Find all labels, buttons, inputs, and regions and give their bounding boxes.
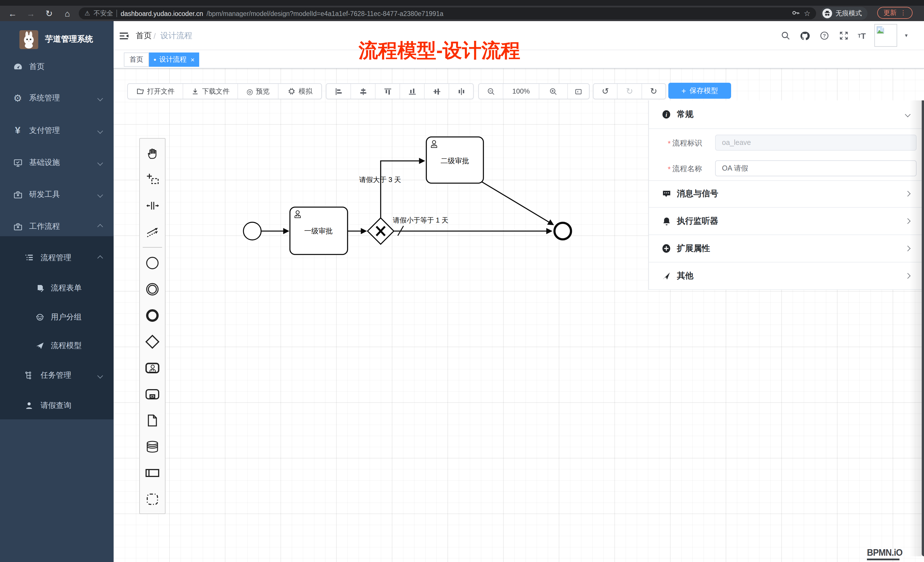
zoom-toolbar-group: 100% (478, 83, 590, 99)
align-top-icon[interactable] (375, 84, 399, 99)
browser-menu-dots-icon[interactable]: ⋮ (900, 9, 906, 16)
create-intermediate-event-icon[interactable] (139, 276, 165, 303)
url-bar[interactable]: ⚠ 不安全 dashboard.yudao.iocoder.cn /bpm/ma… (79, 7, 816, 19)
section-general[interactable]: i 常规 (649, 100, 922, 129)
preview-icon: ◎ (246, 87, 253, 96)
browser-back-icon[interactable]: ← (4, 6, 21, 21)
redo-icon[interactable]: ↻ (617, 84, 642, 99)
security-label: 不安全 (94, 9, 113, 18)
create-start-event-icon[interactable] (139, 250, 165, 276)
document-edit-icon (35, 283, 45, 293)
sidebar-item-payment[interactable]: ¥ 支付管理 (0, 118, 114, 143)
end-event[interactable] (555, 223, 571, 239)
reset-zoom-icon[interactable] (567, 84, 589, 99)
zoom-out-icon[interactable] (479, 84, 503, 99)
sidebar-item-devtools[interactable]: 研发工具 (0, 182, 114, 207)
create-data-store-icon[interactable] (139, 434, 165, 460)
align-middle-icon[interactable] (424, 84, 448, 99)
breadcrumb-home[interactable]: 首页 (136, 21, 152, 50)
exclusive-gateway[interactable] (368, 218, 394, 244)
section-label: 常规 (677, 109, 693, 120)
tab-close-icon[interactable]: × (190, 56, 195, 63)
undo-icon[interactable]: ↺ (594, 84, 617, 99)
browser-reload-icon[interactable]: ↻ (41, 6, 57, 21)
sidebar-item-process-model[interactable]: 流程模型 (0, 333, 114, 358)
sidebar-item-label: 任务管理 (40, 370, 71, 381)
align-bottom-icon[interactable] (399, 84, 424, 99)
key-icon[interactable] (792, 9, 801, 18)
tab-design-process[interactable]: ● 设计流程 × (149, 52, 199, 67)
plus-circle-icon (662, 244, 671, 253)
bookmark-star-icon[interactable]: ☆ (804, 9, 810, 18)
app-title: 芋道管理系统 (45, 34, 93, 45)
section-execution-listeners[interactable]: 执行监听器 (649, 208, 922, 235)
person-icon (24, 400, 34, 411)
create-gateway-icon[interactable] (139, 329, 165, 355)
chevron-up-icon (97, 224, 103, 229)
process-name-input[interactable] (715, 160, 916, 176)
open-file-button[interactable]: 打开文件 (128, 84, 183, 99)
zoom-in-icon[interactable] (539, 84, 567, 99)
start-event[interactable] (243, 222, 261, 240)
flow-gateway-to-task2[interactable] (381, 161, 420, 218)
simulate-label: 模拟 (298, 87, 312, 96)
sidebar-item-task-management[interactable]: 任务管理 (0, 363, 114, 388)
create-user-task-icon[interactable] (139, 355, 165, 381)
search-icon[interactable] (778, 21, 793, 50)
svg-text:i: i (666, 112, 667, 118)
save-model-button[interactable]: + 保存模型 (668, 83, 731, 99)
sidebar-item-label: 基础设施 (29, 157, 60, 168)
bpmn-io-logo-text: BPMN.iO (867, 547, 903, 558)
chevron-down-icon (97, 160, 103, 165)
section-extended-attributes[interactable]: 扩展属性 (649, 235, 922, 262)
browser-forward-icon[interactable]: → (23, 6, 39, 21)
sidebar-item-home[interactable]: 首页 (0, 54, 114, 79)
browser-update-button[interactable]: 更新 ⋮ (877, 7, 913, 19)
sidebar-item-user-group[interactable]: 用户分组 (0, 305, 114, 330)
create-data-object-icon[interactable] (139, 408, 165, 434)
space-tool-icon[interactable] (139, 192, 165, 219)
hand-tool-icon[interactable] (139, 140, 165, 166)
bpmn-io-watermark[interactable]: BPMN.iO (867, 547, 906, 560)
refresh-icon[interactable]: ↻ (641, 84, 666, 99)
user-task-level1[interactable]: 一级审批 (290, 207, 348, 255)
lasso-tool-icon[interactable] (139, 166, 165, 192)
sidebar-collapse-icon[interactable] (116, 21, 131, 50)
user-task-level2[interactable]: 二级审批 (426, 137, 483, 183)
download-file-button[interactable]: 下载文件 (183, 84, 237, 99)
tab-home[interactable]: 首页 (124, 52, 149, 67)
align-toolbar-group (326, 83, 474, 99)
distribute-icon[interactable] (448, 84, 473, 99)
create-end-event-icon[interactable] (139, 303, 165, 329)
avatar[interactable] (874, 24, 897, 47)
share-tree-icon (24, 370, 34, 381)
palette-divider (142, 247, 162, 247)
flow-task2-to-end[interactable] (481, 181, 550, 223)
section-other[interactable]: 其他 (649, 262, 922, 290)
help-icon[interactable]: ? (817, 21, 831, 50)
smiley-face-icon (35, 313, 45, 322)
align-left-icon[interactable] (327, 84, 350, 99)
sidebar-item-system[interactable]: ⚙ 系统管理 (0, 85, 114, 111)
create-pool-icon[interactable] (139, 460, 165, 486)
align-center-icon[interactable] (350, 84, 375, 99)
github-icon[interactable] (797, 21, 812, 50)
url-path: /bpm/manager/model/design?modelId=e4a1a1… (207, 10, 444, 17)
sidebar-item-infrastructure[interactable]: 基础设施 (0, 150, 114, 175)
sidebar-item-process-management[interactable]: 流程管理 (0, 245, 114, 270)
sidebar-item-leave-query[interactable]: 请假查询 (0, 393, 114, 418)
fullscreen-icon[interactable] (836, 21, 851, 50)
global-connect-tool-icon[interactable] (139, 219, 165, 245)
sidebar-item-workflow[interactable]: 工作流程 (0, 214, 114, 239)
browser-home-icon[interactable]: ⌂ (59, 6, 75, 21)
sidebar-item-process-form[interactable]: 流程表单 (0, 276, 114, 301)
gear-icon: ⚙ (12, 93, 23, 103)
create-subprocess-icon[interactable] (139, 381, 165, 408)
process-key-field-label: * 流程标识 (668, 138, 702, 148)
font-size-icon[interactable]: TT (854, 21, 869, 50)
simulate-button[interactable]: 模拟 (278, 84, 321, 99)
section-messages-signals[interactable]: 消息与信号 (649, 180, 922, 208)
preview-button[interactable]: ◎ 预览 (237, 84, 278, 99)
create-group-icon[interactable] (139, 486, 165, 513)
avatar-caret-icon[interactable]: ▼ (899, 21, 914, 50)
